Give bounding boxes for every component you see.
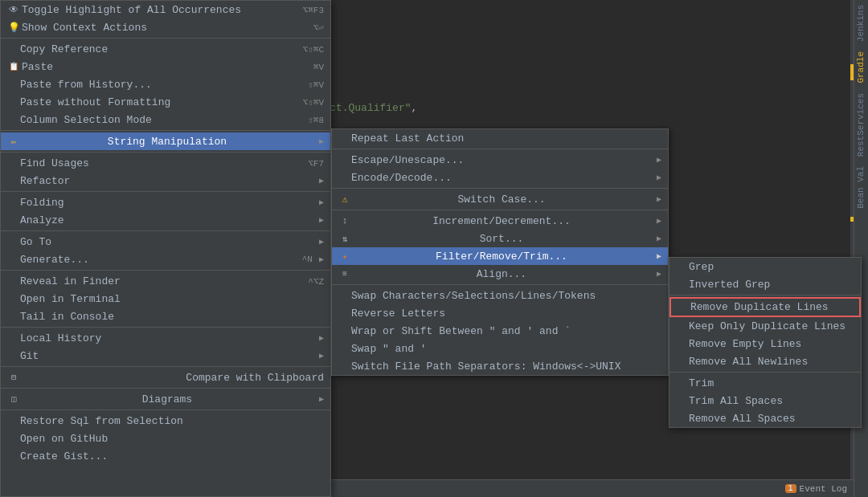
menu-item-find-usages[interactable]: Find Usages ⌥F7: [1, 154, 330, 172]
go-to-arrow: ▶: [319, 237, 324, 246]
menu-item-reveal-in-finder[interactable]: Reveal in Finder ^⌥Z: [1, 272, 330, 290]
menu-item-open-in-terminal[interactable]: Open in Terminal: [1, 290, 330, 308]
menu-item-restore-sql[interactable]: Restore Sql from Selection: [1, 412, 330, 430]
encode-decode-arrow: ▶: [657, 173, 661, 182]
grep-label: Grep: [689, 261, 714, 273]
menu-item-open-on-github[interactable]: Open on GitHub: [1, 430, 330, 447]
menu-item-keep-only-duplicate-lines[interactable]: Keep Only Duplicate Lines: [669, 317, 861, 335]
divider: [332, 284, 668, 285]
filter-remove-trim-label: Filter/Remove/Trim...: [436, 251, 567, 263]
menu-item-escape-unescape[interactable]: Escape/Unescape... ▶: [332, 151, 668, 169]
menu-item-remove-all-spaces[interactable]: Remove All Spaces: [669, 409, 861, 427]
menu-item-string-manipulation[interactable]: ✏ String Manipulation ▶: [1, 132, 330, 150]
divider: [1, 130, 330, 131]
rest-services-label[interactable]: RestServices: [854, 88, 868, 161]
divider: [332, 149, 668, 149]
gradle-label[interactable]: Gradle: [854, 47, 868, 88]
divider: [1, 366, 330, 367]
encode-decode-label: Encode/Decode...: [351, 172, 452, 184]
bean-val-label[interactable]: Bean Val: [854, 161, 868, 214]
divider: [1, 191, 330, 192]
menu-item-grep[interactable]: Grep: [669, 258, 861, 275]
show-context-actions-shortcut: ⌥⏎: [313, 22, 324, 33]
menu-item-analyze[interactable]: Analyze ▶: [1, 211, 330, 229]
folding-label: Folding: [20, 197, 64, 209]
keep-only-duplicate-lines-label: Keep Only Duplicate Lines: [689, 320, 845, 332]
menu-item-swap-chars[interactable]: Swap Characters/Selections/Lines/Tokens: [332, 287, 668, 304]
divider: [1, 409, 330, 410]
paste-without-formatting-shortcut: ⌥⇧⌘V: [303, 97, 324, 108]
divider: [1, 230, 330, 231]
align-label: Align...: [477, 268, 526, 280]
menu-item-remove-empty-lines[interactable]: Remove Empty Lines: [669, 335, 861, 352]
menu-item-trim[interactable]: Trim: [669, 374, 861, 392]
filter-remove-trim-arrow: ▶: [657, 251, 661, 261]
menu-item-diagrams[interactable]: ◫ Diagrams ▶: [1, 390, 330, 408]
menu-item-folding[interactable]: Folding ▶: [1, 194, 330, 211]
trim-all-spaces-label: Trim All Spaces: [689, 395, 783, 407]
divider: [669, 372, 861, 373]
menu-item-repeat-last-action[interactable]: Repeat Last Action: [332, 129, 668, 147]
menu-item-swap-quotes[interactable]: Swap " and ': [332, 340, 668, 357]
divider: [332, 188, 668, 189]
increment-icon: ↕: [338, 214, 351, 227]
menu-item-tail-in-console[interactable]: Tail in Console: [1, 308, 330, 325]
menu-item-toggle-highlight[interactable]: 👁 Toggle Highlight of All Occurrences ⌥⌘…: [1, 1, 330, 18]
context-menu-3: Grep Inverted Grep Remove Duplicate Line…: [669, 257, 862, 428]
menu-item-remove-duplicate-lines[interactable]: Remove Duplicate Lines: [669, 297, 861, 317]
event-log-label[interactable]: Event Log: [800, 484, 847, 494]
trim-label: Trim: [689, 377, 714, 389]
folding-arrow: ▶: [319, 198, 324, 207]
show-context-actions-label: Show Context Actions: [22, 22, 147, 34]
increment-decrement-label: Increment/Decrement...: [432, 215, 571, 227]
menu-item-filter-remove-trim[interactable]: ✦ Filter/Remove/Trim... ▶: [332, 247, 668, 265]
menu-item-local-history[interactable]: Local History ▶: [1, 329, 330, 347]
menu-item-switch-case[interactable]: ⚠ Switch Case... ▶: [332, 190, 668, 208]
diagrams-arrow: ▶: [319, 394, 324, 404]
column-selection-mode-label: Column Selection Mode: [20, 114, 152, 126]
menu-item-wrap-shift[interactable]: Wrap or Shift Between " and ' and `: [332, 322, 668, 340]
menu-item-create-gist[interactable]: Create Gist...: [1, 447, 330, 465]
remove-all-newlines-label: Remove All Newlines: [689, 356, 808, 368]
local-history-label: Local History: [20, 332, 101, 344]
swap-quotes-label: Swap " and ': [351, 343, 427, 355]
menu-item-remove-all-newlines[interactable]: Remove All Newlines: [669, 352, 861, 370]
generate-shortcut: ^N: [302, 255, 313, 264]
menu-item-go-to[interactable]: Go To ▶: [1, 233, 330, 251]
jenkins-label[interactable]: Jenkins: [854, 0, 868, 47]
menu-item-paste-from-history[interactable]: Paste from History... ⇧⌘V: [1, 75, 330, 93]
menu-item-copy-reference[interactable]: Copy Reference ⌥⇧⌘C: [1, 40, 330, 58]
menu-item-encode-decode[interactable]: Encode/Decode... ▶: [332, 169, 668, 186]
divider: [669, 295, 861, 295]
menu-item-column-selection-mode[interactable]: Column Selection Mode ⇧⌘8: [1, 111, 330, 128]
create-gist-label: Create Gist...: [20, 450, 108, 462]
menu-item-compare-with-clipboard[interactable]: ⊟ Compare with Clipboard: [1, 369, 330, 386]
divider: [1, 388, 330, 389]
git-arrow: ▶: [319, 351, 324, 361]
menu-item-generate[interactable]: Generate... ^N ▶: [1, 251, 330, 268]
menu-item-paste[interactable]: 📋 Paste ⌘V: [1, 58, 330, 75]
escape-unescape-label: Escape/Unescape...: [351, 154, 464, 166]
restore-sql-label: Restore Sql from Selection: [20, 415, 183, 427]
divider: [1, 38, 330, 39]
toggle-highlight-label: Toggle Highlight of All Occurrences: [22, 4, 241, 16]
menu-item-sort[interactable]: ⇅ Sort... ▶: [332, 230, 668, 247]
local-history-arrow: ▶: [319, 333, 324, 343]
menu-item-inverted-grep[interactable]: Inverted Grep: [669, 275, 861, 293]
menu-item-show-context-actions[interactable]: 💡 Show Context Actions ⌥⏎: [1, 18, 330, 36]
menu-item-align[interactable]: ≡ Align... ▶: [332, 265, 668, 283]
generate-label: Generate...: [20, 254, 89, 266]
menu-item-switch-file-path[interactable]: Switch File Path Separators: Windows<->U…: [332, 357, 668, 375]
menu-item-refactor[interactable]: Refactor ▶: [1, 172, 330, 189]
inverted-grep-label: Inverted Grep: [689, 279, 770, 291]
paste-from-history-shortcut: ⇧⌘V: [308, 79, 324, 90]
menu-item-increment-decrement[interactable]: ↕ Increment/Decrement... ▶: [332, 212, 668, 230]
menu-item-git[interactable]: Git ▶: [1, 347, 330, 365]
string-manip-arrow: ▶: [319, 136, 324, 146]
menu-item-reverse-letters[interactable]: Reverse Letters: [332, 304, 668, 322]
reveal-in-finder-shortcut: ^⌥Z: [308, 276, 324, 287]
switch-case-label: Switch Case...: [457, 194, 545, 206]
menu-item-paste-without-formatting[interactable]: Paste without Formatting ⌥⇧⌘V: [1, 93, 330, 111]
menu-item-trim-all-spaces[interactable]: Trim All Spaces: [669, 392, 861, 409]
wrap-shift-label: Wrap or Shift Between " and ' and `: [351, 325, 571, 337]
